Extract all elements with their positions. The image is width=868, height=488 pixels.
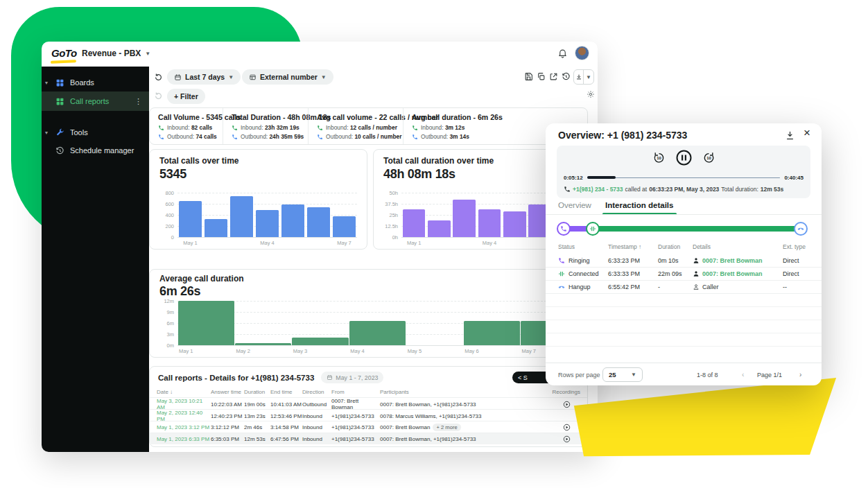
date-range-filter[interactable]: Last 7 days ▼: [167, 69, 241, 85]
caller-number-link[interactable]: +1(981) 234 - 5733: [573, 186, 623, 193]
timeline-ringing-marker[interactable]: [557, 222, 571, 236]
table-row[interactable]: May 1, 2023 6:33 PM6:35:03 PM12m 53s6:47…: [150, 433, 587, 444]
more-participants-chip[interactable]: + 2 more: [433, 424, 460, 431]
number-grid-icon: [249, 73, 257, 81]
timeline-connected-marker[interactable]: [586, 222, 600, 236]
column-header[interactable]: Answer time: [211, 389, 244, 395]
gear-icon[interactable]: [587, 90, 595, 98]
table-row[interactable]: May 3, 2023 10:21 AM10:22:03 AM19m 00s10…: [150, 397, 587, 409]
stat-title: Call Volume - 5345 calls: [158, 113, 223, 121]
add-filter-button[interactable]: + Filter: [167, 89, 205, 104]
date-link[interactable]: May 1, 2023 3:12 PM: [157, 424, 211, 430]
timeline-hangup-marker[interactable]: [794, 222, 808, 236]
table-row[interactable]: May 2, 2023 12:40 PM12:40:23 PM13m 23s12…: [150, 409, 587, 421]
notifications-bell-icon[interactable]: [557, 48, 568, 58]
column-header[interactable]: Duration: [244, 389, 270, 395]
column-header[interactable]: Details: [693, 243, 783, 250]
details-link[interactable]: 0007: Brett Bowman: [702, 270, 763, 277]
column-header[interactable]: Recordings: [512, 389, 580, 395]
date-link[interactable]: May 1, 2023 6:33 PM: [157, 436, 211, 442]
duration-cell: -: [658, 284, 693, 290]
workspace-switcher[interactable]: Revenue - PBX ▼: [82, 49, 150, 58]
download-recording-icon[interactable]: [785, 130, 795, 141]
tab-interaction-details[interactable]: Interaction details: [605, 201, 673, 209]
bar: [230, 196, 253, 237]
empty-row: [546, 294, 822, 307]
column-header[interactable]: Status: [558, 243, 608, 250]
play-recording-icon[interactable]: [512, 424, 580, 431]
audio-player: 10 10 0:05:12 0:40:45: [557, 146, 810, 198]
ext-type-cell: Direct: [783, 270, 809, 277]
next-page-icon[interactable]: ›: [799, 371, 801, 378]
forward-10-icon[interactable]: 10: [702, 151, 715, 164]
kebab-menu-icon[interactable]: ⋮: [134, 97, 142, 106]
interaction-row[interactable]: Ringing6:33:23 PM0m 10s0007: Brett Bowma…: [546, 254, 822, 268]
table-date-chip[interactable]: May 1 - 7, 2023: [321, 372, 383, 383]
details-cell: 0007: Brett Bowman: [693, 270, 783, 277]
rewind-10-icon[interactable]: 10: [652, 151, 666, 164]
column-header[interactable]: Timestamp ↑: [608, 243, 658, 250]
bar: [403, 209, 426, 237]
user-avatar[interactable]: [575, 46, 589, 60]
rows-per-page-select[interactable]: 25 ▼: [602, 367, 643, 382]
sidebar-item-schedule-manager[interactable]: Schedule manager: [42, 141, 149, 159]
scope-filter[interactable]: External number ▼: [242, 69, 333, 85]
previous-page-icon[interactable]: ‹: [742, 371, 744, 378]
column-header[interactable]: Date ↓: [157, 389, 211, 395]
from-cell: +1(981)234-5733: [331, 424, 380, 430]
table-row[interactable]: May 1, 2023 3:12 PM3:12:12 PM2m 46s3:14:…: [150, 421, 587, 433]
chart-total-value: 5345: [159, 167, 186, 182]
sidebar-item-call-reports[interactable]: Call reports ⋮: [42, 92, 149, 111]
progress-bar[interactable]: [587, 176, 781, 179]
scope-filter-label: External number: [260, 73, 318, 81]
call-datetime: 06:33:23 PM, May 3, 2023: [649, 186, 719, 193]
copy-icon[interactable]: [537, 72, 546, 81]
column-header[interactable]: From: [331, 389, 380, 395]
table-overflow-label: < S: [518, 374, 528, 381]
direction-cell: Inbound: [302, 413, 331, 419]
table-header-row: Date ↓Answer timeDurationEnd timeDirecti…: [157, 387, 580, 397]
refresh-disabled-icon: [154, 92, 163, 101]
x-tick-label: May 1: [179, 348, 193, 354]
goto-logo-swoosh: [51, 60, 76, 64]
refresh-icon[interactable]: [154, 73, 163, 82]
play-recording-icon[interactable]: [512, 401, 580, 408]
panel-title: Overview: +1 (981) 234-5733: [558, 130, 687, 141]
save-icon[interactable]: [524, 72, 533, 81]
caret-icon[interactable]: ▼: [42, 80, 51, 85]
stat-title: Total Duration - 48h 08m 18s: [232, 113, 308, 121]
sidebar-item-boards[interactable]: ▼ Boards: [42, 73, 149, 92]
bar: [349, 321, 406, 345]
details-link[interactable]: 0007: Brett Bowman: [702, 257, 763, 264]
column-header[interactable]: Ext. type: [783, 243, 809, 250]
rows-per-page-value: 25: [609, 371, 616, 378]
bar: [292, 338, 348, 345]
called-at-label: called at: [625, 186, 648, 193]
sidebar-item-tools[interactable]: ▼ Tools: [42, 123, 149, 141]
y-tick-label: 0m: [151, 342, 174, 349]
tab-overview[interactable]: Overview: [558, 201, 591, 209]
column-header[interactable]: Direction: [302, 389, 331, 395]
call-reports-table-card: Call reports - Details for +1(981) 234-5…: [149, 366, 588, 447]
sidebar-item-label: Tools: [70, 128, 88, 137]
column-header[interactable]: Duration: [658, 243, 693, 250]
column-header[interactable]: End time: [270, 389, 302, 395]
close-icon[interactable]: ×: [804, 126, 810, 140]
pause-icon[interactable]: [675, 149, 693, 166]
history-icon[interactable]: [562, 72, 571, 81]
chevron-down-icon: ▼: [228, 74, 234, 80]
stat-title: Avg call duration - 6m 26s: [412, 113, 587, 121]
download-icon[interactable]: [574, 70, 584, 84]
download-split-button[interactable]: ▼: [573, 69, 594, 85]
bar: [464, 321, 520, 345]
interaction-row[interactable]: Connected6:33:33 PM22m 09s0007: Brett Bo…: [546, 268, 822, 281]
bar: [503, 211, 526, 237]
share-export-icon[interactable]: [549, 72, 558, 81]
column-header[interactable]: Participants: [380, 389, 512, 395]
play-recording-icon[interactable]: [512, 435, 580, 443]
caret-icon[interactable]: ▼: [42, 130, 51, 135]
app-window: GoTo Revenue - PBX ▼ ▼ Boards: [42, 42, 598, 452]
interaction-row[interactable]: Hangup6:55:42 PM-Caller--: [546, 281, 822, 294]
download-options-chevron[interactable]: ▼: [584, 70, 593, 84]
goto-logo: GoTo: [51, 47, 77, 59]
